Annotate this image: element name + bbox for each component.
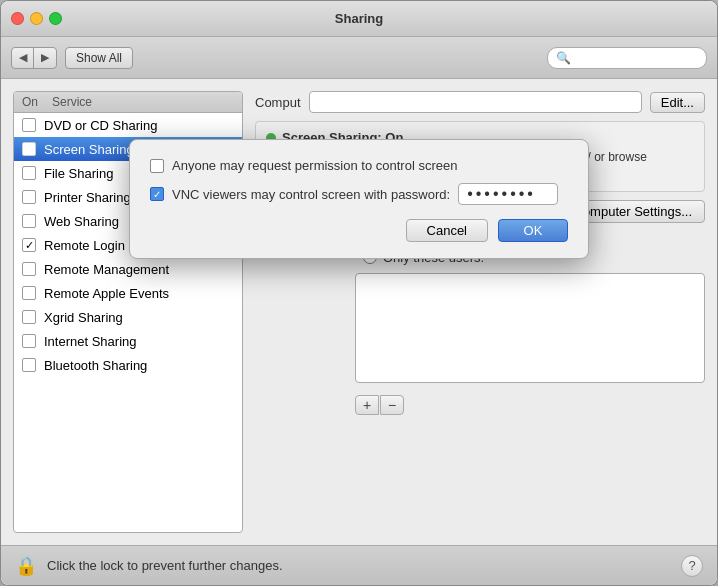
- back-arrow-icon[interactable]: ◀: [12, 47, 34, 69]
- search-icon: 🔍: [556, 51, 571, 65]
- popup-buttons: Cancel OK: [150, 219, 568, 242]
- close-button[interactable]: [11, 12, 24, 25]
- minimize-button[interactable]: [30, 12, 43, 25]
- show-all-button[interactable]: Show All: [65, 47, 133, 69]
- search-input[interactable]: [575, 51, 698, 65]
- forward-arrow-icon[interactable]: ▶: [34, 47, 56, 69]
- vnc-password-field[interactable]: ••••••••: [458, 183, 558, 205]
- popup-dialog: Anyone may request permission to control…: [129, 139, 589, 259]
- title-bar: Sharing: [1, 1, 717, 37]
- anyone-request-row: Anyone may request permission to control…: [150, 158, 568, 173]
- vnc-row: VNC viewers may control screen with pass…: [150, 183, 568, 205]
- maximize-button[interactable]: [49, 12, 62, 25]
- bottom-bar: 🔒 Click the lock to prevent further chan…: [1, 545, 717, 585]
- sharing-window: Sharing ◀ ▶ Show All 🔍 On Service DVD or…: [0, 0, 718, 586]
- window-title: Sharing: [335, 11, 383, 26]
- search-box: 🔍: [547, 47, 707, 69]
- lock-label: Click the lock to prevent further change…: [47, 558, 671, 573]
- traffic-lights: [11, 12, 62, 25]
- toolbar: ◀ ▶ Show All 🔍: [1, 37, 717, 79]
- anyone-request-checkbox[interactable]: [150, 159, 164, 173]
- main-content: On Service DVD or CD Sharing ✓ Screen Sh…: [1, 79, 717, 545]
- help-button[interactable]: ?: [681, 555, 703, 577]
- vnc-label: VNC viewers may control screen with pass…: [172, 187, 450, 202]
- cancel-button[interactable]: Cancel: [406, 219, 488, 242]
- popup-overlay: Anyone may request permission to control…: [1, 79, 717, 505]
- lock-icon[interactable]: 🔒: [15, 555, 37, 577]
- nav-buttons[interactable]: ◀ ▶: [11, 47, 57, 69]
- ok-button[interactable]: OK: [498, 219, 568, 242]
- vnc-checkbox[interactable]: [150, 187, 164, 201]
- anyone-request-label: Anyone may request permission to control…: [172, 158, 457, 173]
